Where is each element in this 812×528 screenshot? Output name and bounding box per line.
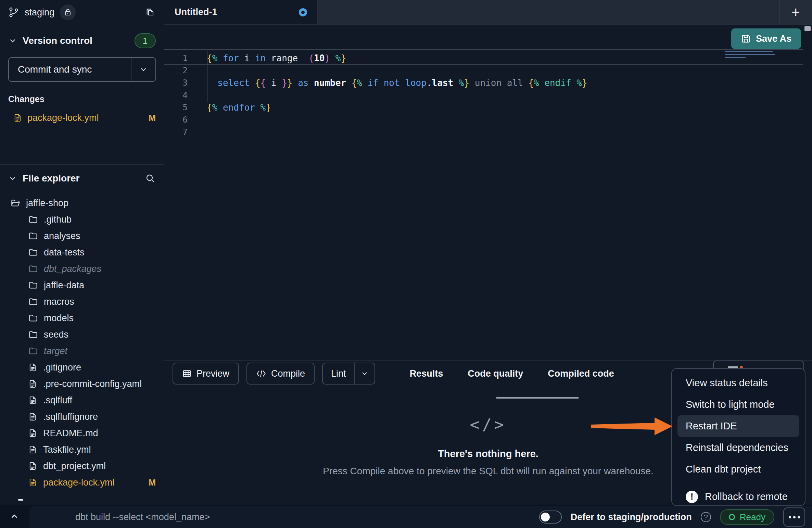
editor-scrollbar[interactable] <box>803 25 812 360</box>
file-tree-item[interactable]: dbt_packages <box>0 261 164 277</box>
branch-name[interactable]: staging <box>25 7 54 18</box>
compile-button[interactable]: Compile <box>246 363 315 385</box>
code-line[interactable]: 5{% endfor %} <box>164 101 798 114</box>
lint-label: Lint <box>323 368 350 379</box>
folder-icon <box>28 214 38 225</box>
modified-badge: M <box>149 113 156 123</box>
menu-item-label: View status details <box>686 377 768 389</box>
line-number: 4 <box>164 90 197 100</box>
file-icon <box>13 113 23 123</box>
scrollbar-thumb[interactable] <box>804 26 811 31</box>
file-explorer-section: File explorer jaffle-shop.githubanalyses… <box>0 165 164 504</box>
code-line[interactable]: 4 <box>164 89 798 101</box>
menu-item-label: Switch to light mode <box>686 399 775 410</box>
code-line[interactable]: 7 <box>164 126 798 138</box>
file-icon <box>28 412 38 422</box>
status-ready-button[interactable]: Ready <box>720 509 774 525</box>
line-number: 1 <box>164 53 197 63</box>
version-control-section: Version control 1 Commit and sync Change… <box>0 33 164 126</box>
active-tab-underline <box>496 397 579 399</box>
code-text: select {{ i }} as number {% if not loop.… <box>197 78 587 88</box>
save-as-label: Save As <box>756 34 791 44</box>
compile-label: Compile <box>271 368 305 379</box>
file-tree-item[interactable]: macros <box>0 293 164 310</box>
code-lines[interactable]: 1{% for i in range (10) %}23 select {{ i… <box>164 52 798 138</box>
version-control-header[interactable]: Version control 1 <box>0 33 164 49</box>
file-tree: jaffle-shop.githubanalysesdata-testsdbt_… <box>0 195 164 491</box>
help-icon[interactable]: ? <box>701 512 711 522</box>
file-tree-item[interactable]: .sqlfluffignore <box>0 408 164 425</box>
exclamation-icon: ! <box>686 491 698 503</box>
commit-options-toggle[interactable] <box>131 58 155 81</box>
file-tree-item[interactable]: .gitignore <box>0 359 164 376</box>
minimap[interactable] <box>725 51 776 60</box>
file-tree-item[interactable]: models <box>0 310 164 326</box>
file-tree-item[interactable]: README.md <box>0 425 164 441</box>
code-line[interactable]: 2 <box>164 64 798 77</box>
tab-untitled-1[interactable]: Untitled-1 <box>164 0 318 24</box>
menu-item-clean-dbt-project[interactable]: Clean dbt project <box>672 458 805 480</box>
chevron-up-icon <box>9 511 20 521</box>
file-icon <box>28 362 38 373</box>
file-tree-item[interactable]: analyses <box>0 228 164 244</box>
menu-item-restart-ide[interactable]: Restart IDE <box>677 415 799 437</box>
menu-item-switch-to-light-mode[interactable]: Switch to light mode <box>672 394 805 415</box>
panel-tab-compiled-code[interactable]: Compiled code <box>535 368 626 379</box>
defer-toggle[interactable] <box>539 511 562 524</box>
code-line[interactable]: 1{% for i in range (10) %} <box>164 52 798 64</box>
save-as-button[interactable]: Save As <box>731 28 801 49</box>
file-tree-item[interactable]: jaffle-shop <box>0 195 164 211</box>
file-search-button[interactable] <box>145 173 156 184</box>
chevron-down-icon <box>360 369 369 378</box>
file-tree-item[interactable]: .github <box>0 211 164 228</box>
file-tree-item[interactable]: .sqlfluff <box>0 392 164 408</box>
file-tree-label: macros <box>44 297 74 307</box>
file-icon <box>28 379 38 389</box>
panel-tab-results[interactable]: Results <box>397 368 456 379</box>
toolbar-divider <box>383 361 383 400</box>
collapse-command-bar-button[interactable] <box>0 504 29 528</box>
lint-button[interactable]: Lint <box>322 363 375 385</box>
changes-count-badge: 1 <box>135 33 156 48</box>
changed-file-name: package-lock.yml <box>27 113 99 123</box>
line-number: 6 <box>164 115 197 125</box>
file-tree-item[interactable]: jaffle-data <box>0 277 164 293</box>
folder-open-icon <box>10 198 21 208</box>
unsaved-indicator-icon <box>299 8 307 16</box>
panel-tab-code-quality[interactable]: Code quality <box>455 368 535 379</box>
changed-file-row[interactable]: package-lock.ymlM <box>0 110 164 126</box>
code-text: {% endfor %} <box>197 102 271 113</box>
file-tree-item[interactable]: seeds <box>0 326 164 343</box>
command-input-panel: dbt build --select <model_name> Defer to… <box>29 506 812 528</box>
menu-item-reinstall-dependencies[interactable]: Reinstall dependencies <box>672 437 805 458</box>
command-input[interactable]: dbt build --select <model_name> <box>75 512 210 523</box>
code-editor[interactable]: Save As 1{% for i in range (10) %}23 sel… <box>164 25 812 360</box>
code-line[interactable]: 3 select {{ i }} as number {% if not loo… <box>164 77 798 89</box>
file-tree-label: .pre-commit-config.yaml <box>43 379 142 389</box>
command-bar-divider <box>29 504 29 528</box>
copy-branch-button[interactable] <box>145 7 156 18</box>
file-explorer-header[interactable]: File explorer <box>0 170 164 187</box>
file-icon <box>28 444 38 455</box>
file-tree-item[interactable]: Taskfile.yml <box>0 441 164 458</box>
menu-item-view-status-details[interactable]: View status details <box>672 372 805 394</box>
search-icon <box>145 173 156 184</box>
more-options-button[interactable] <box>783 507 805 527</box>
menu-item-label: Clean dbt project <box>686 464 761 475</box>
preview-button[interactable]: Preview <box>173 363 239 385</box>
file-tree-item[interactable]: target <box>0 343 164 359</box>
file-tree-item[interactable]: dbt_project.yml <box>0 458 164 474</box>
lint-options-toggle[interactable] <box>354 363 375 384</box>
line-number: 5 <box>164 103 197 112</box>
file-tree-item[interactable]: .pre-commit-config.yaml <box>0 376 164 392</box>
menu-divider <box>672 483 805 483</box>
git-branch-icon <box>8 7 19 18</box>
new-tab-button[interactable]: + <box>779 0 812 24</box>
file-tree-label: dbt_project.yml <box>43 461 106 472</box>
code-line[interactable]: 6 <box>164 114 798 126</box>
file-tree-label: .github <box>44 214 72 225</box>
file-tree-item[interactable]: data-tests <box>0 244 164 261</box>
file-tree-item[interactable]: package-lock.ymlM <box>0 474 164 491</box>
commit-and-sync-button[interactable]: Commit and sync <box>8 57 156 82</box>
menu-item-rollback-to-remote[interactable]: !Rollback to remote <box>672 486 805 506</box>
